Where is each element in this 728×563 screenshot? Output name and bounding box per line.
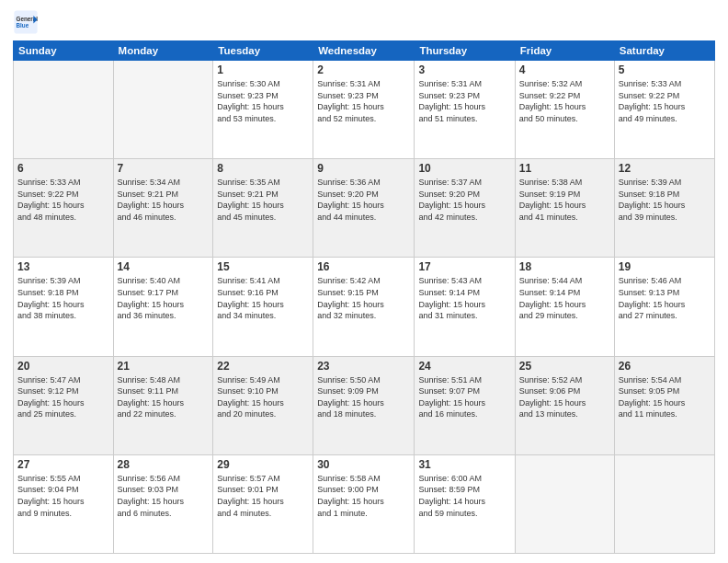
day-number: 4 — [519, 63, 610, 76]
day-info: Sunrise: 5:48 AM Sunset: 9:11 PM Dayligh… — [118, 374, 210, 420]
day-info: Sunrise: 5:56 AM Sunset: 9:03 PM Dayligh… — [118, 473, 210, 519]
day-number: 9 — [317, 162, 410, 175]
day-info: Sunrise: 5:47 AM Sunset: 9:12 PM Dayligh… — [17, 374, 109, 420]
day-info: Sunrise: 5:58 AM Sunset: 9:00 PM Dayligh… — [317, 473, 410, 519]
calendar-cell: 24Sunrise: 5:51 AM Sunset: 9:07 PM Dayli… — [415, 356, 515, 454]
calendar-cell: 11Sunrise: 5:38 AM Sunset: 9:19 PM Dayli… — [515, 159, 614, 258]
day-info: Sunrise: 5:31 AM Sunset: 9:23 PM Dayligh… — [317, 78, 410, 124]
calendar-cell: 13Sunrise: 5:39 AM Sunset: 9:18 PM Dayli… — [14, 258, 114, 356]
logo: General Blue — [13, 9, 42, 35]
day-info: Sunrise: 5:52 AM Sunset: 9:06 PM Dayligh… — [519, 374, 610, 420]
day-info: Sunrise: 5:40 AM Sunset: 9:17 PM Dayligh… — [118, 275, 210, 321]
calendar-cell: 20Sunrise: 5:47 AM Sunset: 9:12 PM Dayli… — [14, 356, 114, 454]
calendar-cell: 5Sunrise: 5:33 AM Sunset: 9:22 PM Daylig… — [614, 61, 714, 159]
weekday-header-saturday: Saturday — [614, 41, 714, 61]
calendar-cell: 21Sunrise: 5:48 AM Sunset: 9:11 PM Dayli… — [113, 356, 213, 454]
weekday-header-sunday: Sunday — [14, 41, 114, 61]
day-number: 27 — [17, 458, 109, 471]
header: General Blue — [13, 9, 715, 35]
day-info: Sunrise: 5:44 AM Sunset: 9:14 PM Dayligh… — [519, 275, 610, 321]
day-number: 24 — [418, 360, 510, 373]
day-number: 28 — [118, 458, 210, 471]
calendar-cell — [515, 454, 614, 553]
calendar-cell: 6Sunrise: 5:33 AM Sunset: 9:22 PM Daylig… — [14, 159, 114, 258]
calendar-cell: 23Sunrise: 5:50 AM Sunset: 9:09 PM Dayli… — [313, 356, 415, 454]
weekday-header-thursday: Thursday — [415, 41, 515, 61]
day-number: 7 — [118, 162, 210, 175]
calendar-cell: 2Sunrise: 5:31 AM Sunset: 9:23 PM Daylig… — [313, 61, 415, 159]
day-number: 18 — [519, 260, 610, 273]
day-number: 30 — [317, 458, 410, 471]
day-info: Sunrise: 5:39 AM Sunset: 9:18 PM Dayligh… — [17, 275, 109, 321]
calendar-cell: 8Sunrise: 5:35 AM Sunset: 9:21 PM Daylig… — [213, 159, 313, 258]
day-info: Sunrise: 5:36 AM Sunset: 9:20 PM Dayligh… — [317, 177, 410, 223]
calendar-container: General Blue SundayMondayTuesdayWednesda… — [0, 0, 728, 563]
calendar-cell: 1Sunrise: 5:30 AM Sunset: 9:23 PM Daylig… — [213, 61, 313, 159]
day-info: Sunrise: 5:41 AM Sunset: 9:16 PM Dayligh… — [217, 275, 309, 321]
calendar-cell — [614, 454, 714, 553]
calendar-week-row: 13Sunrise: 5:39 AM Sunset: 9:18 PM Dayli… — [14, 258, 715, 356]
calendar-cell: 18Sunrise: 5:44 AM Sunset: 9:14 PM Dayli… — [515, 258, 614, 356]
calendar-cell: 22Sunrise: 5:49 AM Sunset: 9:10 PM Dayli… — [213, 356, 313, 454]
day-number: 29 — [217, 458, 309, 471]
day-number: 22 — [217, 360, 309, 373]
calendar-cell — [113, 61, 213, 159]
weekday-header-monday: Monday — [113, 41, 213, 61]
calendar-cell: 16Sunrise: 5:42 AM Sunset: 9:15 PM Dayli… — [313, 258, 415, 356]
day-info: Sunrise: 5:31 AM Sunset: 9:23 PM Dayligh… — [418, 78, 510, 124]
day-number: 19 — [619, 260, 711, 273]
calendar-cell: 29Sunrise: 5:57 AM Sunset: 9:01 PM Dayli… — [213, 454, 313, 553]
calendar-cell: 9Sunrise: 5:36 AM Sunset: 9:20 PM Daylig… — [313, 159, 415, 258]
calendar-week-row: 27Sunrise: 5:55 AM Sunset: 9:04 PM Dayli… — [14, 454, 715, 553]
day-number: 21 — [118, 360, 210, 373]
day-info: Sunrise: 5:38 AM Sunset: 9:19 PM Dayligh… — [519, 177, 610, 223]
day-number: 12 — [619, 162, 711, 175]
day-info: Sunrise: 5:33 AM Sunset: 9:22 PM Dayligh… — [619, 78, 711, 124]
day-info: Sunrise: 5:35 AM Sunset: 9:21 PM Dayligh… — [217, 177, 309, 223]
day-info: Sunrise: 5:51 AM Sunset: 9:07 PM Dayligh… — [418, 374, 510, 420]
calendar-table: SundayMondayTuesdayWednesdayThursdayFrid… — [13, 40, 715, 554]
calendar-cell: 26Sunrise: 5:54 AM Sunset: 9:05 PM Dayli… — [614, 356, 714, 454]
day-number: 16 — [317, 260, 410, 273]
day-number: 26 — [619, 360, 711, 373]
day-number: 17 — [418, 260, 510, 273]
calendar-cell: 14Sunrise: 5:40 AM Sunset: 9:17 PM Dayli… — [113, 258, 213, 356]
day-info: Sunrise: 5:32 AM Sunset: 9:22 PM Dayligh… — [519, 78, 610, 124]
day-info: Sunrise: 5:54 AM Sunset: 9:05 PM Dayligh… — [619, 374, 711, 420]
day-info: Sunrise: 5:33 AM Sunset: 9:22 PM Dayligh… — [17, 177, 109, 223]
day-info: Sunrise: 5:30 AM Sunset: 9:23 PM Dayligh… — [217, 78, 309, 124]
day-number: 1 — [217, 63, 309, 76]
day-info: Sunrise: 5:37 AM Sunset: 9:20 PM Dayligh… — [418, 177, 510, 223]
day-number: 5 — [619, 63, 711, 76]
day-number: 3 — [418, 63, 510, 76]
day-number: 6 — [17, 162, 109, 175]
day-info: Sunrise: 5:55 AM Sunset: 9:04 PM Dayligh… — [17, 473, 109, 519]
calendar-cell: 17Sunrise: 5:43 AM Sunset: 9:14 PM Dayli… — [415, 258, 515, 356]
day-info: Sunrise: 5:57 AM Sunset: 9:01 PM Dayligh… — [217, 473, 309, 519]
day-number: 25 — [519, 360, 610, 373]
day-number: 15 — [217, 260, 309, 273]
day-number: 20 — [17, 360, 109, 373]
day-info: Sunrise: 5:50 AM Sunset: 9:09 PM Dayligh… — [317, 374, 410, 420]
day-info: Sunrise: 5:43 AM Sunset: 9:14 PM Dayligh… — [418, 275, 510, 321]
calendar-cell: 4Sunrise: 5:32 AM Sunset: 9:22 PM Daylig… — [515, 61, 614, 159]
day-number: 2 — [317, 63, 410, 76]
day-number: 10 — [418, 162, 510, 175]
calendar-cell: 12Sunrise: 5:39 AM Sunset: 9:18 PM Dayli… — [614, 159, 714, 258]
day-info: Sunrise: 5:34 AM Sunset: 9:21 PM Dayligh… — [118, 177, 210, 223]
calendar-cell: 3Sunrise: 5:31 AM Sunset: 9:23 PM Daylig… — [415, 61, 515, 159]
weekday-header-wednesday: Wednesday — [313, 41, 415, 61]
weekday-header-tuesday: Tuesday — [213, 41, 313, 61]
weekday-header-row: SundayMondayTuesdayWednesdayThursdayFrid… — [14, 41, 715, 61]
calendar-cell: 7Sunrise: 5:34 AM Sunset: 9:21 PM Daylig… — [113, 159, 213, 258]
calendar-week-row: 6Sunrise: 5:33 AM Sunset: 9:22 PM Daylig… — [14, 159, 715, 258]
calendar-cell: 15Sunrise: 5:41 AM Sunset: 9:16 PM Dayli… — [213, 258, 313, 356]
day-info: Sunrise: 5:49 AM Sunset: 9:10 PM Dayligh… — [217, 374, 309, 420]
calendar-cell: 27Sunrise: 5:55 AM Sunset: 9:04 PM Dayli… — [14, 454, 114, 553]
day-info: Sunrise: 6:00 AM Sunset: 8:59 PM Dayligh… — [418, 473, 510, 519]
day-number: 13 — [17, 260, 109, 273]
logo-icon: General Blue — [13, 9, 39, 35]
day-number: 11 — [519, 162, 610, 175]
day-info: Sunrise: 5:46 AM Sunset: 9:13 PM Dayligh… — [619, 275, 711, 321]
day-info: Sunrise: 5:39 AM Sunset: 9:18 PM Dayligh… — [619, 177, 711, 223]
